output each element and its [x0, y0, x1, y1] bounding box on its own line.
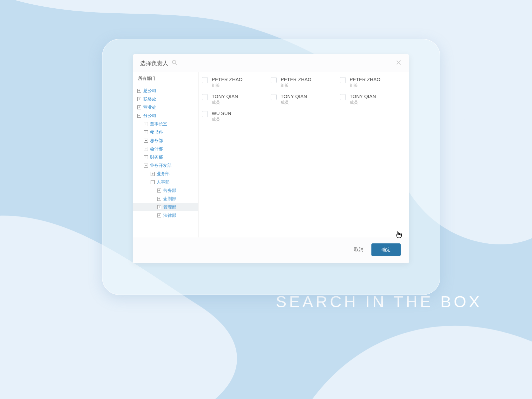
tree-node[interactable]: 业务部	[133, 170, 198, 178]
cancel-button[interactable]: 取消	[354, 247, 363, 253]
tree-node-label: 业务部	[157, 171, 170, 177]
collapse-icon[interactable]	[137, 114, 141, 118]
people-panel: PETER ZHAO组长PETER ZHAO组长PETER ZHAO组长TONY…	[199, 72, 409, 237]
tree-node-label: 秘书科	[150, 129, 163, 135]
tree-node-label: 联络处	[143, 96, 156, 102]
tree-node[interactable]: 秘书科	[133, 128, 198, 136]
person-name: PETER ZHAO	[281, 77, 311, 82]
modal-header: 选择负责人	[133, 54, 409, 72]
tree-node-label: 财务部	[150, 154, 163, 160]
expand-icon[interactable]	[157, 205, 161, 209]
tree-node-label: 营业处	[143, 104, 156, 110]
expand-icon[interactable]	[157, 189, 161, 193]
expand-icon[interactable]	[157, 197, 161, 201]
person-name: PETER ZHAO	[212, 77, 242, 82]
person-item[interactable]: PETER ZHAO组长	[202, 77, 268, 88]
tree-node[interactable]: 联络处	[133, 95, 198, 103]
expand-icon[interactable]	[144, 130, 148, 134]
person-item[interactable]: TONY QIAN成员	[340, 94, 406, 105]
modal-footer: 取消 确定	[133, 237, 409, 263]
tree-node-label: 总公司	[143, 88, 156, 94]
tree-node-label: 企划部	[163, 196, 176, 202]
page-caption: SEARCH IN THE BOX	[276, 293, 482, 311]
tree-node-label: 董事长室	[150, 121, 167, 127]
tree-node-label: 劳务部	[163, 188, 176, 194]
expand-icon[interactable]	[144, 155, 148, 159]
expand-icon[interactable]	[144, 139, 148, 143]
expand-icon[interactable]	[144, 122, 148, 126]
person-checkbox[interactable]	[202, 94, 208, 100]
person-name: PETER ZHAO	[350, 77, 380, 82]
search-icon[interactable]	[172, 60, 178, 67]
tree-node[interactable]: 劳务部	[133, 186, 198, 195]
person-name: WU SUN	[212, 111, 231, 116]
person-item[interactable]: PETER ZHAO组长	[271, 77, 337, 88]
person-item[interactable]: TONY QIAN成员	[271, 94, 337, 105]
person-role: 组长	[350, 83, 380, 88]
person-role: 成员	[350, 100, 376, 105]
modal-title: 选择负责人	[140, 60, 168, 67]
select-owner-modal: 选择负责人 所有部门 总公司联络处营业处分公司董事长室秘书科总务部会计部财务部业…	[133, 54, 409, 263]
tree-node-label: 会计部	[150, 146, 163, 152]
tree-node-label: 管理部	[163, 204, 176, 210]
person-checkbox[interactable]	[202, 77, 208, 83]
person-role: 成员	[212, 100, 238, 105]
tree-node[interactable]: 分公司	[133, 111, 198, 120]
person-name: TONY QIAN	[281, 94, 307, 99]
modal-body: 所有部门 总公司联络处营业处分公司董事长室秘书科总务部会计部财务部业务开发部业务…	[133, 72, 409, 237]
expand-icon[interactable]	[137, 97, 141, 101]
tree-node-label: 分公司	[143, 113, 156, 119]
department-tree-panel: 所有部门 总公司联络处营业处分公司董事长室秘书科总务部会计部财务部业务开发部业务…	[133, 72, 199, 237]
person-item[interactable]: PETER ZHAO组长	[340, 77, 406, 88]
tree-node[interactable]: 营业处	[133, 103, 198, 111]
pointer-cursor-icon	[395, 231, 402, 238]
confirm-button[interactable]: 确定	[371, 243, 401, 256]
expand-icon[interactable]	[137, 105, 141, 109]
person-role: 成员	[281, 100, 307, 105]
tree-node[interactable]: 法律部	[133, 211, 198, 219]
collapse-icon[interactable]	[151, 180, 155, 184]
collapse-icon[interactable]	[144, 164, 148, 168]
tree-node-label: 业务开发部	[150, 163, 172, 169]
tree-node-label: 人事部	[157, 179, 170, 185]
tree-node[interactable]: 人事部	[133, 178, 198, 186]
department-tree[interactable]: 总公司联络处营业处分公司董事长室秘书科总务部会计部财务部业务开发部业务部人事部劳…	[135, 86, 196, 219]
person-checkbox[interactable]	[271, 94, 277, 100]
tree-node-label: 法律部	[163, 212, 176, 218]
person-checkbox[interactable]	[271, 77, 277, 83]
person-name: TONY QIAN	[212, 94, 238, 99]
tree-node[interactable]: 总公司	[133, 86, 198, 95]
tree-node[interactable]: 管理部	[133, 203, 198, 211]
expand-icon[interactable]	[144, 147, 148, 151]
tree-title: 所有部门	[133, 72, 198, 85]
expand-icon[interactable]	[151, 172, 155, 176]
person-role: 组长	[212, 83, 242, 88]
person-role: 成员	[212, 117, 231, 122]
tree-node[interactable]: 财务部	[133, 153, 198, 161]
person-role: 组长	[281, 83, 311, 88]
person-item[interactable]: TONY QIAN成员	[202, 94, 268, 105]
svg-point-1	[172, 60, 176, 64]
tree-node[interactable]: 企划部	[133, 195, 198, 203]
tree-node-label: 总务部	[150, 138, 163, 144]
person-checkbox[interactable]	[340, 94, 346, 100]
people-grid: PETER ZHAO组长PETER ZHAO组长PETER ZHAO组长TONY…	[202, 77, 406, 122]
tree-node[interactable]: 会计部	[133, 145, 198, 153]
close-icon[interactable]	[395, 59, 402, 67]
tree-node[interactable]: 董事长室	[133, 120, 198, 128]
tree-node[interactable]: 总务部	[133, 136, 198, 145]
expand-icon[interactable]	[137, 89, 141, 93]
person-name: TONY QIAN	[350, 94, 376, 99]
expand-icon[interactable]	[157, 213, 161, 217]
person-checkbox[interactable]	[340, 77, 346, 83]
person-checkbox[interactable]	[202, 111, 208, 117]
tree-node[interactable]: 业务开发部	[133, 161, 198, 170]
person-item[interactable]: WU SUN成员	[202, 111, 268, 122]
svg-line-2	[176, 64, 177, 65]
